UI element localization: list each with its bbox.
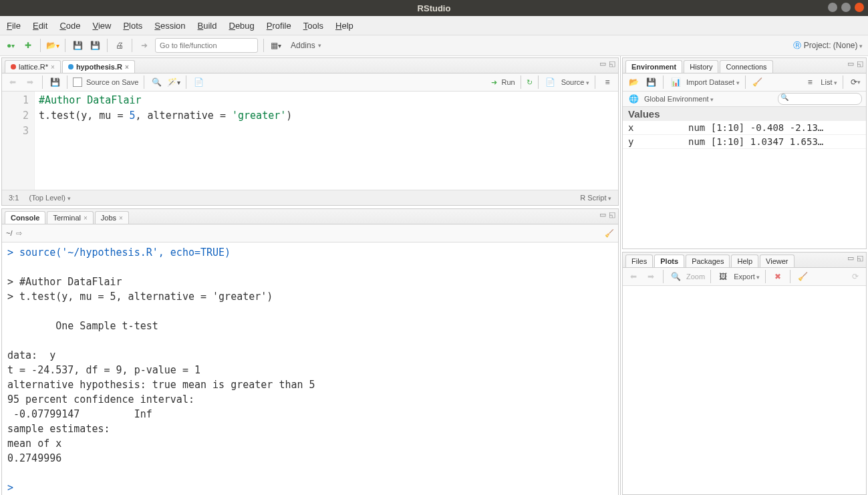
filetype-dropdown[interactable]: R Script bbox=[580, 194, 611, 202]
save-icon[interactable]: 💾 bbox=[71, 39, 84, 52]
code-content[interactable]: #Author DataFlair t.test(y, mu = 5, alte… bbox=[35, 92, 618, 190]
r-project-icon: Ⓡ bbox=[793, 40, 801, 51]
tab-lattice[interactable]: lattice.R* × bbox=[5, 60, 61, 73]
import-dataset-dropdown[interactable]: Import Dataset bbox=[686, 78, 740, 86]
save-file-icon[interactable]: 💾 bbox=[48, 75, 61, 89]
close-tab-icon[interactable]: × bbox=[119, 214, 123, 222]
window-title: RStudio bbox=[418, 3, 451, 13]
plot-prev-icon[interactable]: ⬅ bbox=[627, 270, 640, 283]
tab-connections[interactable]: Connections bbox=[720, 60, 772, 73]
env-row[interactable]: x num [1:10] -0.408 -2.13… bbox=[623, 121, 866, 135]
remove-plot-icon[interactable]: ✖ bbox=[771, 270, 784, 283]
pane-maximize-icon[interactable]: ◱ bbox=[609, 59, 615, 68]
goto-arrow-icon[interactable]: ➜ bbox=[138, 39, 151, 52]
maximize-button[interactable] bbox=[841, 3, 851, 12]
close-button[interactable] bbox=[855, 3, 864, 12]
goto-file-input[interactable] bbox=[155, 38, 258, 53]
cursor-position: 3:1 bbox=[9, 194, 19, 202]
menu-file[interactable]: File bbox=[7, 21, 21, 31]
open-file-icon[interactable]: 📂▾ bbox=[46, 39, 59, 52]
save-workspace-icon[interactable]: 💾 bbox=[644, 75, 658, 89]
menu-help[interactable]: Help bbox=[335, 21, 353, 31]
menu-session[interactable]: Session bbox=[154, 21, 185, 31]
line-gutter: 1 2 3 bbox=[2, 92, 35, 190]
close-tab-icon[interactable]: × bbox=[125, 63, 129, 71]
back-icon[interactable]: ⬅ bbox=[6, 75, 19, 89]
list-view-dropdown[interactable]: List bbox=[821, 78, 837, 86]
source-button[interactable]: Source bbox=[561, 78, 589, 86]
tab-history[interactable]: History bbox=[684, 60, 718, 73]
console-options-icon[interactable]: ⇨ bbox=[16, 229, 22, 238]
pane-minimize-icon[interactable]: ▭ bbox=[847, 254, 854, 263]
pane-minimize-icon[interactable]: ▭ bbox=[599, 59, 606, 68]
plots-canvas bbox=[623, 286, 866, 494]
menu-profile[interactable]: Profile bbox=[267, 21, 291, 31]
console-output[interactable]: > source('~/hypothesis.R', echo=TRUE) > … bbox=[2, 242, 618, 495]
tab-files[interactable]: Files bbox=[625, 255, 653, 267]
menu-build[interactable]: Build bbox=[198, 21, 217, 31]
load-workspace-icon[interactable]: 📂 bbox=[627, 75, 640, 89]
pane-minimize-icon[interactable]: ▭ bbox=[847, 59, 854, 68]
new-file-icon[interactable]: ●▾ bbox=[4, 39, 17, 52]
close-tab-icon[interactable]: × bbox=[51, 63, 55, 71]
menu-edit[interactable]: Edit bbox=[33, 21, 47, 31]
pane-maximize-icon[interactable]: ◱ bbox=[857, 59, 863, 68]
refresh-icon[interactable]: ⟳ bbox=[849, 75, 862, 89]
minimize-button[interactable] bbox=[828, 3, 837, 12]
code-editor[interactable]: 1 2 3 #Author DataFlair t.test(y, mu = 5… bbox=[2, 92, 618, 190]
tab-terminal[interactable]: Terminal× bbox=[47, 211, 93, 224]
forward-icon[interactable]: ➡ bbox=[23, 75, 37, 89]
tab-hypothesis[interactable]: hypothesis.R × bbox=[62, 60, 135, 73]
env-scope-icon: 🌐 bbox=[627, 92, 640, 106]
menu-code[interactable]: Code bbox=[59, 21, 80, 31]
new-project-icon[interactable]: ✚ bbox=[21, 39, 35, 52]
clear-plots-icon[interactable]: 🧹 bbox=[796, 270, 809, 283]
menu-tools[interactable]: Tools bbox=[303, 21, 323, 31]
run-button[interactable]: Run bbox=[501, 78, 515, 86]
source-on-save-checkbox[interactable] bbox=[73, 77, 82, 87]
search-icon: 🔍 bbox=[780, 94, 788, 101]
find-icon[interactable]: 🔍 bbox=[150, 75, 163, 89]
scope-dropdown[interactable]: (Top Level) bbox=[29, 194, 71, 202]
tab-plots[interactable]: Plots bbox=[654, 255, 684, 267]
tab-viewer[interactable]: Viewer bbox=[760, 255, 794, 267]
zoom-button[interactable]: Zoom bbox=[686, 273, 705, 281]
env-row[interactable]: y num [1:10] 1.0347 1.653… bbox=[623, 135, 866, 149]
env-scope-dropdown[interactable]: Global Environment bbox=[644, 95, 714, 103]
menu-debug[interactable]: Debug bbox=[229, 21, 255, 31]
outline-icon[interactable]: ≡ bbox=[601, 75, 614, 89]
print-icon[interactable]: 🖨 bbox=[113, 39, 126, 52]
project-dropdown[interactable]: Project: (None) bbox=[804, 41, 863, 50]
environment-pane: Environment History Connections ▭ ◱ 📂 💾 … bbox=[622, 57, 867, 249]
rerun-icon[interactable]: ↻ bbox=[527, 78, 533, 87]
file-unsaved-icon bbox=[11, 64, 16, 69]
pane-maximize-icon[interactable]: ◱ bbox=[609, 210, 615, 219]
pane-maximize-icon[interactable]: ◱ bbox=[857, 254, 863, 263]
plot-next-icon[interactable]: ➡ bbox=[644, 270, 658, 283]
plots-pane: Files Plots Packages Help Viewer ▭ ◱ ⬅ ➡… bbox=[622, 252, 867, 495]
env-search-input[interactable] bbox=[778, 93, 862, 105]
close-tab-icon[interactable]: × bbox=[84, 214, 88, 222]
file-saved-icon bbox=[68, 64, 74, 69]
menu-view[interactable]: View bbox=[92, 21, 111, 31]
clear-env-icon[interactable]: 🧹 bbox=[751, 75, 764, 89]
tab-console[interactable]: Console bbox=[5, 211, 45, 224]
tab-help[interactable]: Help bbox=[731, 255, 758, 267]
grid-icon[interactable]: ▦▾ bbox=[269, 39, 283, 52]
run-arrow-icon: ➜ bbox=[491, 78, 497, 87]
export-dropdown[interactable]: Export bbox=[734, 273, 760, 281]
clear-console-icon[interactable]: 🧹 bbox=[605, 229, 614, 238]
tab-packages[interactable]: Packages bbox=[686, 255, 730, 267]
notebook-icon[interactable]: 📄 bbox=[192, 75, 205, 89]
tab-jobs[interactable]: Jobs× bbox=[95, 211, 129, 224]
source-file-icon: 📄 bbox=[544, 75, 557, 89]
wand-icon[interactable]: 🪄▾ bbox=[167, 75, 180, 89]
save-all-icon[interactable]: 💾 bbox=[88, 39, 102, 52]
tab-environment[interactable]: Environment bbox=[625, 60, 682, 73]
export-icon: 🖼 bbox=[716, 270, 730, 283]
pane-minimize-icon[interactable]: ▭ bbox=[599, 210, 606, 219]
addins-dropdown[interactable]: Addins bbox=[287, 39, 325, 52]
menu-plots[interactable]: Plots bbox=[123, 21, 142, 31]
tab-label: lattice.R* bbox=[19, 63, 48, 71]
refresh-plots-icon[interactable]: ⟳ bbox=[849, 270, 862, 283]
